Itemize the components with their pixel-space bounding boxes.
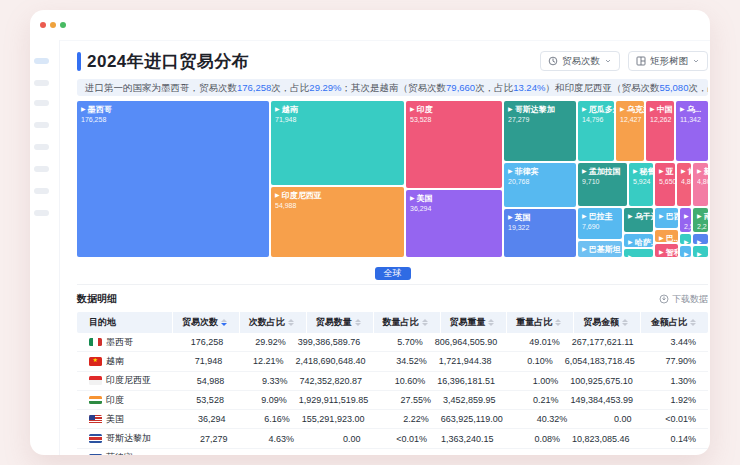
treemap-node-value: 19,322	[508, 223, 576, 232]
column-header-metric[interactable]: 数量占比	[374, 312, 441, 333]
treemap-node[interactable]: ▶中国12,262	[646, 101, 674, 161]
column-header-metric[interactable]: 贸易数量	[307, 312, 374, 333]
column-header-destination: 目的地	[77, 312, 173, 333]
flag-india-icon	[89, 396, 102, 405]
expand-arrow-icon: ▶	[697, 168, 702, 174]
treemap-node[interactable]: ▶印度53,528	[406, 101, 502, 188]
column-header-metric[interactable]: 贸易金额	[574, 312, 641, 333]
treemap-node[interactable]: ▶2,5	[680, 208, 691, 232]
treemap-node-value: 54,988	[275, 201, 404, 210]
summary-highlight-value: 79,660	[446, 82, 475, 93]
sort-icon[interactable]	[622, 319, 628, 326]
flag-costa-rica-icon	[89, 434, 102, 443]
value-cell: 10.60%	[374, 372, 437, 390]
expand-arrow-icon: ▶	[659, 168, 664, 174]
treemap-node[interactable]: ▶越南71,948	[271, 101, 404, 185]
column-header-metric[interactable]: 次数占比	[240, 312, 307, 333]
sort-icon[interactable]	[690, 319, 696, 326]
treemap-node[interactable]: ▶孟加拉国9,710	[578, 163, 627, 206]
sort-icon[interactable]	[422, 319, 428, 326]
sort-icon[interactable]	[555, 319, 561, 326]
sidebar-skeleton	[30, 40, 60, 455]
sort-icon[interactable]	[288, 319, 294, 326]
treemap-node[interactable]: ▶乌...11,342	[676, 101, 708, 161]
download-data-button[interactable]: 下载数据	[659, 293, 708, 306]
treemap-node[interactable]: ▶巴...	[655, 230, 678, 242]
treemap-node[interactable]: ▶肯4,806	[677, 163, 691, 206]
treemap-node[interactable]: ▶乌干达	[624, 208, 653, 232]
treemap-node[interactable]: ▶巴基斯坦	[578, 241, 622, 257]
chart-type-select-label: 矩形树图	[650, 55, 688, 68]
treemap-node[interactable]: ▶乌克兰12,427	[616, 101, 644, 161]
treemap-node[interactable]: ▶菲律宾20,768	[504, 163, 576, 207]
treemap-node[interactable]: ▶美国36,294	[406, 190, 502, 257]
global-scope-button[interactable]: 全球	[375, 267, 411, 280]
value-cell: 399,386,589.76	[298, 333, 373, 351]
column-header-metric[interactable]: 贸易次数	[173, 312, 240, 333]
sort-icon[interactable]	[355, 319, 361, 326]
expand-arrow-icon: ▶	[582, 168, 587, 174]
treemap-node[interactable]: ▶	[693, 234, 708, 244]
value-cell: 40.32%	[515, 410, 579, 428]
treemap-node[interactable]: ▶哥斯达黎加27,279	[504, 101, 576, 161]
summary-text: ；其次是越南（贸易次数	[342, 82, 447, 93]
treemap-node-label: ▶越南	[275, 104, 404, 115]
treemap-node-value: 14,796	[582, 115, 614, 124]
expand-arrow-icon: ▶	[684, 251, 689, 257]
chevron-down-icon	[692, 57, 700, 65]
sidebar-skeleton-bar	[34, 166, 49, 172]
value-cell: 1.37%	[645, 449, 708, 455]
minimize-button[interactable]	[50, 22, 56, 28]
treemap-node[interactable]: ▶秘鲁5,924	[629, 163, 653, 206]
treemap-node[interactable]: ▶南2,2	[693, 208, 708, 232]
chart-type-select[interactable]: 矩形树图	[628, 51, 708, 71]
column-header-label: 重量占比	[516, 316, 552, 329]
column-header-label: 贸易金额	[583, 316, 619, 329]
treemap-node-label: ▶	[684, 211, 691, 222]
close-button[interactable]	[40, 22, 46, 28]
destination-cell: 越南	[77, 352, 173, 370]
column-header-metric[interactable]: 金额占比	[641, 312, 708, 333]
treemap-node-value: 36,294	[410, 204, 502, 213]
treemap-node[interactable]: ▶英国19,322	[504, 209, 576, 257]
treemap-node-label: ▶乌...	[680, 104, 708, 115]
treemap-node[interactable]: ▶墨西哥176,258	[77, 101, 269, 257]
value-cell: 27.55%	[380, 391, 443, 409]
maximize-button[interactable]	[60, 22, 66, 28]
summary-text: 次，占比	[688, 82, 708, 93]
metric-select[interactable]: 贸易次数	[540, 51, 620, 71]
value-cell: 4.32%	[374, 449, 437, 455]
value-cell: <0.01%	[372, 429, 438, 447]
treemap-node-value: 4,806	[681, 177, 691, 186]
country-name: 美国	[106, 413, 124, 426]
value-cell: 2,418,690,648.40	[296, 352, 378, 370]
treemap-node[interactable]: ▶	[624, 249, 653, 257]
treemap-node[interactable]: ▶新4,804	[693, 163, 708, 206]
treemap-node-label: ▶肯	[681, 166, 691, 177]
treemap-icon	[636, 56, 646, 66]
sort-icon[interactable]	[221, 319, 227, 326]
treemap-node[interactable]: ▶亚5,650	[655, 163, 675, 206]
value-cell: 16,396,181.51	[437, 372, 507, 390]
sort-icon[interactable]	[488, 319, 494, 326]
treemap-node[interactable]: ▶巴西	[655, 208, 678, 228]
treemap-node-value: 27,279	[508, 115, 576, 124]
treemap-node-label: ▶中国	[650, 104, 674, 115]
value-cell: 4.63%	[239, 429, 305, 447]
value-cell: 663,925,119.00	[441, 410, 515, 428]
treemap-node[interactable]: ▶巴拉圭7,690	[578, 208, 622, 239]
treemap-node[interactable]: ▶印度尼西亚54,988	[271, 187, 404, 257]
treemap-node[interactable]: ▶厄瓜多尔14,796	[578, 101, 614, 161]
value-cell: 5.70%	[372, 333, 434, 351]
value-cell: 6,054,183,718.45	[565, 352, 647, 370]
treemap-node[interactable]: ▶智利	[655, 244, 678, 257]
treemap-node[interactable]: ▶	[693, 246, 708, 257]
treemap-node[interactable]: ▶	[680, 246, 691, 257]
column-header-metric[interactable]: 贸易重量	[441, 312, 508, 333]
treemap-node-value: 176,258	[81, 115, 269, 124]
column-header-metric[interactable]: 重量占比	[507, 312, 574, 333]
treemap-node[interactable]: ▶	[680, 234, 691, 244]
treemap-node-label: ▶菲律宾	[508, 166, 576, 177]
treemap-node-label: ▶印度	[410, 104, 502, 115]
treemap-node[interactable]: ▶哈萨...	[624, 234, 653, 247]
